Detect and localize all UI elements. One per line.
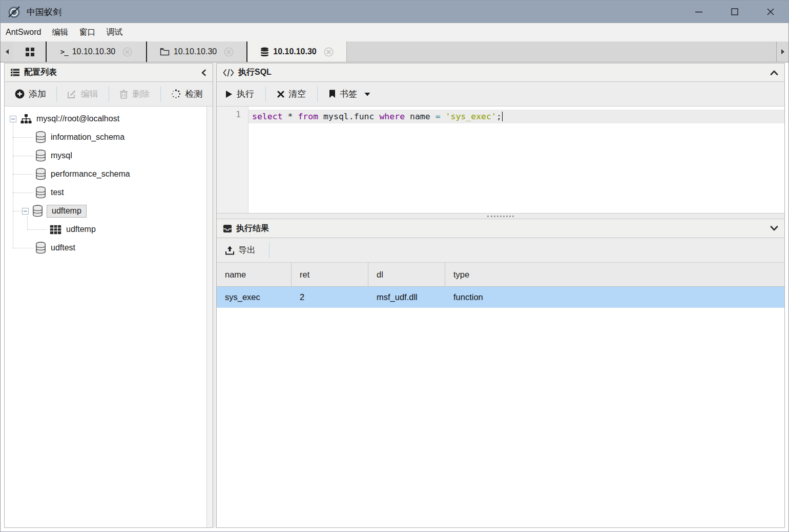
tree-node-label: test — [51, 188, 64, 197]
collapse-expander-icon[interactable] — [10, 116, 16, 122]
tab-terminal[interactable]: >_ 10.10.10.30 — [46, 41, 146, 62]
database-tree: mysql://root@localhost information_schem… — [5, 107, 213, 527]
add-button[interactable]: 添加 — [15, 88, 46, 100]
sql-header: 执行SQL — [217, 63, 784, 82]
run-sql-button[interactable]: 执行 — [225, 88, 254, 100]
collapse-expander-icon[interactable] — [22, 208, 29, 215]
tree-node-db[interactable]: test — [5, 183, 213, 202]
tab-files-close-icon[interactable] — [224, 47, 234, 57]
folder-icon — [160, 48, 170, 56]
sql-panel-title: 执行SQL — [238, 67, 272, 78]
menu-debug[interactable]: 调试 — [106, 27, 122, 38]
bookmark-button[interactable]: 书签 — [329, 88, 370, 100]
check-button[interactable]: 检测 — [171, 88, 202, 100]
collapse-down-icon[interactable] — [770, 226, 778, 231]
delete-button-label: 删除 — [132, 88, 150, 100]
tree-node-db[interactable]: udftest — [5, 239, 213, 257]
tree-node-connection[interactable]: mysql://root@localhost — [5, 110, 213, 128]
line-number: 1 — [217, 110, 241, 119]
horizontal-splitter[interactable] — [217, 213, 784, 219]
column-header-ret[interactable]: ret — [292, 263, 368, 286]
tab-home[interactable] — [14, 41, 46, 62]
tree-node-label: mysql — [51, 151, 72, 160]
config-toolbar: 添加 编辑 — [5, 82, 213, 107]
tree-node-label: performance_schema — [51, 169, 130, 179]
sql-token: 'sys_exec' — [446, 112, 496, 121]
sql-token: ; — [496, 112, 502, 121]
config-list-panel: 配置列表 添加 — [4, 63, 213, 528]
tree-node-db[interactable]: mysql — [5, 146, 213, 165]
bookmark-label: 书签 — [340, 88, 357, 100]
window-controls — [681, 1, 788, 23]
export-button[interactable]: 导出 — [225, 244, 256, 256]
tabbar: >_ 10.10.10.30 10.10.10.30 — [1, 41, 788, 62]
caret-down-icon — [364, 92, 370, 96]
sql-token: where — [379, 112, 405, 121]
tree-node-db[interactable]: performance_schema — [5, 165, 213, 183]
tree-node-db[interactable]: information_schema — [5, 128, 213, 146]
tab-files[interactable]: 10.10.10.30 — [146, 41, 246, 62]
code-icon — [223, 69, 234, 77]
collapse-up-icon[interactable] — [770, 70, 778, 75]
menubar: AntSword 编辑 窗口 调试 — [1, 23, 788, 41]
minimize-button[interactable] — [681, 1, 717, 23]
database-icon — [32, 205, 43, 217]
export-button-label: 导出 — [238, 244, 256, 256]
run-sql-label: 执行 — [237, 88, 254, 100]
tabs-scroll-left-button[interactable] — [1, 41, 14, 62]
results-toolbar: 导出 — [217, 238, 784, 263]
editor-gutter: 1 — [217, 107, 248, 213]
edit-pen-icon — [67, 90, 77, 99]
grid-icon — [26, 48, 34, 56]
plus-circle-icon — [15, 89, 25, 99]
tree-scrollbar[interactable] — [206, 107, 213, 527]
sql-panel: 执行SQL 执行 清空 — [216, 63, 785, 528]
tree-node-label: udftest — [51, 243, 75, 252]
database-icon — [35, 186, 46, 199]
tab-database-close-icon[interactable] — [324, 47, 334, 57]
sql-toolbar: 执行 清空 书签 — [217, 82, 784, 107]
app-window: 中国蚁剑 AntSword 编辑 窗口 调试 — [0, 0, 789, 532]
database-icon — [35, 242, 46, 254]
titlebar: 中国蚁剑 — [1, 1, 788, 23]
results-table: name ret dl type sys_exec 2 msf_udf.dll … — [217, 263, 784, 308]
maximize-button[interactable] — [717, 1, 753, 23]
delete-button[interactable]: 删除 — [119, 88, 150, 100]
menu-antsword[interactable]: AntSword — [6, 28, 41, 37]
results-header: 执行结果 — [217, 219, 784, 238]
cell-dl: msf_udf.dll — [368, 287, 445, 308]
table-row-selected[interactable]: sys_exec 2 msf_udf.dll function — [217, 287, 784, 308]
code-line-1[interactable]: select * from mysql.func where name = 's… — [248, 110, 784, 123]
sitemap-icon — [20, 114, 32, 124]
column-header-type[interactable]: type — [445, 263, 784, 286]
tab-database[interactable]: 10.10.10.30 — [246, 41, 347, 62]
results-empty-area — [217, 308, 784, 527]
save-box-icon — [223, 224, 232, 233]
main-area: 配置列表 添加 — [4, 63, 785, 528]
tree-node-table[interactable]: udftemp — [5, 220, 213, 239]
antsword-logo-icon — [7, 5, 21, 19]
tabs-scroll-right-button[interactable] — [776, 41, 788, 62]
sql-token: = — [435, 112, 441, 121]
menu-window[interactable]: 窗口 — [79, 27, 95, 38]
column-header-dl[interactable]: dl — [368, 263, 445, 286]
edit-button[interactable]: 编辑 — [67, 88, 98, 100]
clear-sql-button[interactable]: 清空 — [277, 88, 306, 100]
config-list-header: 配置列表 — [5, 63, 213, 82]
menu-edit[interactable]: 编辑 — [52, 27, 68, 38]
cell-ret: 2 — [292, 287, 368, 308]
close-button[interactable] — [753, 1, 788, 23]
database-icon — [260, 47, 269, 57]
table-icon — [50, 225, 61, 235]
cell-type: function — [445, 287, 784, 308]
spinner-icon — [171, 89, 181, 99]
tree-node-label: udftemp — [66, 225, 96, 234]
sql-editor[interactable]: 1 select * from mysql.func where name = … — [217, 107, 784, 213]
tab-terminal-close-icon[interactable] — [122, 47, 132, 57]
column-header-name[interactable]: name — [217, 263, 292, 286]
collapse-left-icon[interactable] — [201, 69, 206, 76]
cell-name: sys_exec — [217, 287, 292, 308]
editor-code-area[interactable]: select * from mysql.func where name = 's… — [248, 107, 784, 213]
tree-node-db-selected[interactable]: udftemp — [5, 202, 213, 220]
play-icon — [225, 90, 233, 98]
